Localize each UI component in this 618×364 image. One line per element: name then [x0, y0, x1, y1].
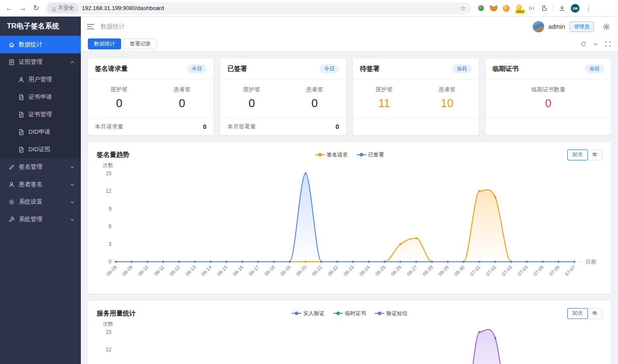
legend-item-1[interactable]: 临时证书	[333, 310, 366, 317]
sidebar-item-label: 数据统计	[19, 41, 42, 49]
app-frame: TR电子签名系统 数据统计证照管理用户管理证书申请证书管理DID申请DID证照签…	[0, 17, 618, 364]
svg-text:06-17: 06-17	[248, 264, 260, 277]
chart-title: 签名量趋势	[97, 151, 129, 159]
sidebar-item-did-apply[interactable]: DID申请	[0, 123, 81, 141]
sidebar-item-user-management[interactable]: 用户管理	[0, 71, 81, 88]
reload-button[interactable]: ↻	[31, 4, 41, 12]
sidebar-item-did-license[interactable]: DID证照	[0, 141, 81, 158]
legend-item-2[interactable]: 验证短信	[375, 310, 407, 317]
url-bar[interactable]: △ 不安全 192.168.31.199:9080/dashboard ☆	[45, 2, 471, 14]
browser-menu-kebab-icon[interactable]: ⋮	[584, 4, 593, 12]
chart-canvas: 03691215次数06-0806-0906-1006-1106-1206-13…	[97, 162, 602, 290]
sidebar-item-certificate-management[interactable]: 证书管理	[0, 106, 81, 123]
chart-legend: 签名请求已签署	[315, 151, 384, 159]
metamask-extension-icon[interactable]	[490, 4, 497, 12]
svg-text:06-12: 06-12	[169, 264, 181, 277]
legend-item-0[interactable]: 签名请求	[315, 151, 348, 159]
sidebar-item-license-management[interactable]: 证照管理	[0, 53, 81, 71]
chart-plot-area: 03691215次数06-0806-0906-1006-1106-1206-13…	[97, 162, 602, 291]
sidebar-item-system-settings[interactable]: 系统设置	[0, 193, 81, 211]
sidebar-menu: 数据统计证照管理用户管理证书申请证书管理DID申请DID证照签名管理患者签名系统…	[0, 36, 81, 228]
range-button-0[interactable]: 30天	[567, 149, 588, 160]
sidebar-item-label: 证照管理	[19, 58, 42, 66]
stat-column: 患者签10	[416, 86, 479, 113]
bookmark-star-icon[interactable]: ☆	[458, 5, 468, 11]
range-toggle: 30天年	[568, 308, 602, 319]
svg-text:0: 0	[108, 259, 111, 265]
svg-text:06-16: 06-16	[232, 264, 244, 277]
sidebar-section: 系统管理	[0, 211, 81, 228]
security-warning-chip[interactable]: △ 不安全	[48, 3, 78, 13]
svg-text:06-25: 06-25	[374, 264, 386, 277]
pen-icon	[8, 163, 15, 170]
charts-area: 签名量趋势签名请求已签署30天年03691215次数06-0806-0906-1…	[88, 142, 611, 364]
svg-text:07-01: 07-01	[469, 264, 481, 277]
download-icon[interactable]	[558, 4, 566, 12]
card-footer-value: 0	[336, 123, 339, 130]
stat-value: 0	[486, 97, 611, 110]
browser-profile-avatar[interactable]: zw	[571, 4, 580, 13]
range-button-1[interactable]: 年	[587, 308, 602, 319]
coin-extension-icon[interactable]: 109.6	[515, 4, 523, 12]
svg-text:06-30: 06-30	[453, 264, 465, 277]
sidebar-item-dashboard[interactable]: 数据统计	[0, 36, 81, 53]
stat-column: 患者签0	[283, 86, 346, 113]
svg-text:06-09: 06-09	[121, 264, 133, 277]
back-button[interactable]: ←	[4, 4, 14, 12]
role-badge[interactable]: 管理员	[569, 21, 594, 32]
doc-icon	[17, 128, 24, 135]
sidebar-section: 证照管理用户管理证书申请证书管理DID申请DID证照	[0, 53, 81, 158]
extension-icon-2[interactable]	[502, 4, 510, 12]
svg-text:06-08: 06-08	[105, 264, 118, 277]
card-body: 医护签11患者签10	[353, 80, 479, 118]
svg-text:07-05: 07-05	[532, 264, 545, 277]
broadcast-extension-icon[interactable]	[528, 4, 535, 12]
svg-text:06-13: 06-13	[184, 264, 197, 277]
svg-text:06-19: 06-19	[279, 264, 292, 277]
card-title: 临期证书	[493, 65, 519, 73]
legend-item-1[interactable]: 已签署	[357, 151, 384, 159]
sidebar-item-certificate-apply[interactable]: 证书申请	[0, 88, 81, 106]
svg-text:次数: 次数	[103, 162, 113, 168]
chevron-down-icon	[70, 217, 75, 222]
sidebar-section: 患者签名	[0, 176, 81, 193]
svg-text:3: 3	[108, 241, 111, 247]
sidebar-item-label: 证书管理	[28, 111, 52, 118]
card-body: 医护签0患者签0	[88, 80, 213, 118]
range-button-0[interactable]: 30天	[567, 308, 588, 319]
chevron-down-icon	[70, 182, 75, 187]
extension-icon-1[interactable]	[477, 4, 485, 12]
svg-text:6: 6	[108, 223, 111, 229]
sidebar-item-patient-signature[interactable]: 患者签名	[0, 176, 81, 193]
sidebar-item-system-management[interactable]: 系统管理	[0, 211, 81, 228]
sidebar-item-signature-management[interactable]: 签名管理	[0, 158, 81, 176]
svg-text:次数: 次数	[103, 321, 113, 327]
range-button-1[interactable]: 年	[587, 149, 602, 160]
fullscreen-icon[interactable]	[605, 41, 611, 47]
wrench-icon	[8, 216, 15, 223]
extension-badge: 109.6	[515, 10, 525, 14]
settings-gear-icon[interactable]	[603, 23, 610, 31]
extensions-puzzle-icon[interactable]	[540, 4, 548, 12]
stat-value: 0	[88, 97, 151, 110]
stat-label: 患者签	[283, 86, 346, 94]
chevron-down-icon[interactable]	[593, 42, 598, 47]
card-footer-value: 0	[203, 123, 206, 130]
user-avatar[interactable]	[533, 21, 544, 32]
chevron-up-icon	[70, 60, 75, 65]
chart-canvas: 03691215次数06-0806-0906-1006-1106-1206-13…	[97, 321, 602, 364]
svg-text:07-03: 07-03	[500, 264, 513, 277]
sidebar-section: 签名管理	[0, 158, 81, 176]
chart-card-1: 服务用量统计实人验证临时证书验证短信30天年03691215次数06-0806-…	[88, 301, 611, 364]
chart-card-0: 签名量趋势签名请求已签署30天年03691215次数06-0806-0906-1…	[88, 142, 611, 294]
sidebar-item-label: 证书申请	[28, 93, 52, 101]
legend-item-0[interactable]: 实人验证	[292, 310, 324, 317]
tab-dashboard[interactable]: 数据统计	[88, 38, 121, 49]
stat-column: 患者签0	[151, 86, 214, 113]
sidebar-collapse-icon[interactable]	[87, 24, 94, 30]
refresh-icon[interactable]	[580, 41, 587, 47]
card-footer-label: 本月请求量	[95, 123, 123, 131]
card-title: 签名请求量	[95, 65, 128, 73]
tab-sign-records[interactable]: 签署记录	[124, 38, 157, 49]
forward-button[interactable]: →	[18, 4, 28, 12]
